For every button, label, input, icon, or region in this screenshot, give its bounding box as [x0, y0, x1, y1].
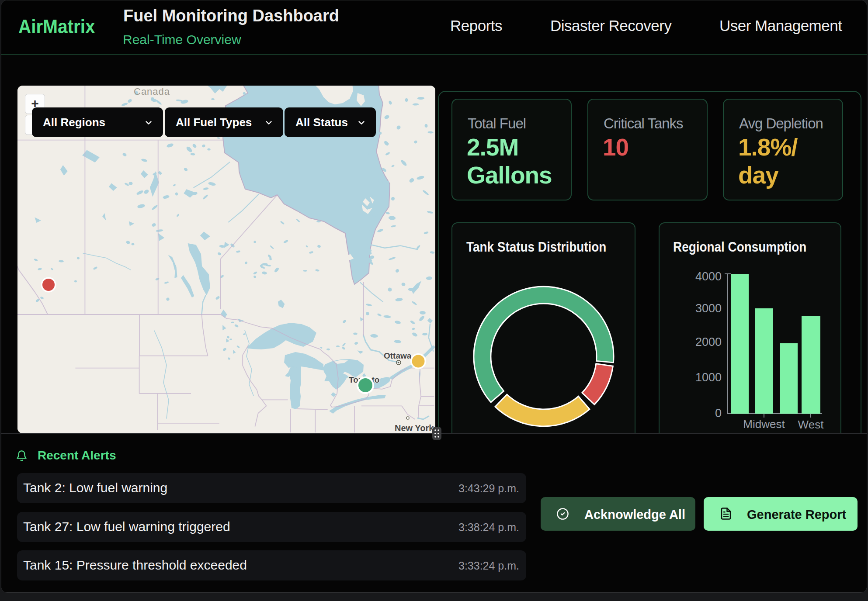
svg-text:1000: 1000 [695, 371, 722, 384]
svg-text:Midwest: Midwest [743, 418, 785, 431]
svg-text:0: 0 [715, 407, 722, 420]
svg-text:4000: 4000 [695, 270, 722, 283]
svg-text:West: West [798, 418, 824, 431]
svg-text:3000: 3000 [695, 302, 722, 315]
svg-text:2000: 2000 [695, 335, 722, 349]
svg-text:Ottawa: Ottawa [384, 351, 412, 360]
svg-text:New York: New York [395, 423, 434, 433]
svg-text:Canada: Canada [134, 86, 170, 97]
